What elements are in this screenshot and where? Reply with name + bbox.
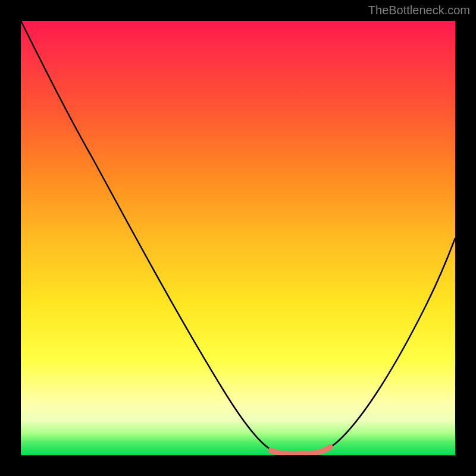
watermark-text: TheBottleneck.com bbox=[368, 4, 470, 17]
chart-svg bbox=[21, 21, 455, 455]
bottleneck-curve-line bbox=[21, 21, 455, 454]
chart-plot-area bbox=[21, 21, 455, 455]
highlight-segment bbox=[271, 447, 330, 454]
